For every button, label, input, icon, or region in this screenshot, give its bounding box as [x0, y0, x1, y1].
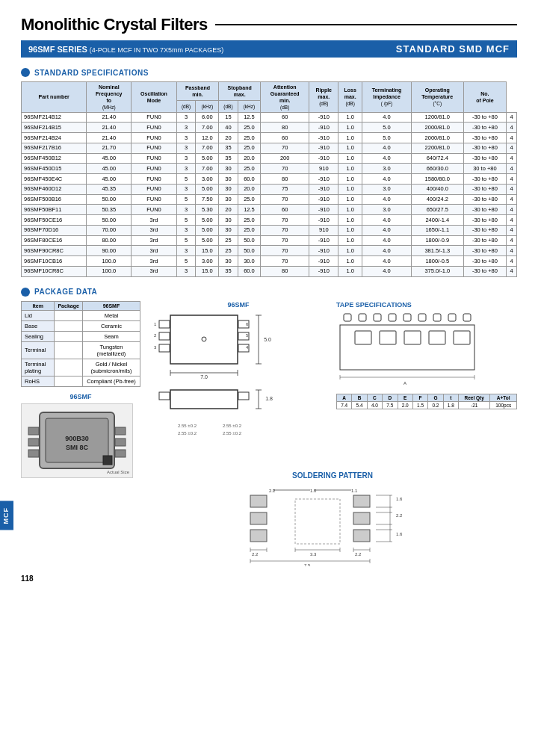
table-row: 96SMF450E4C45.00FUN053.003060.080-9101.0…: [22, 174, 517, 185]
svg-rect-28: [159, 392, 170, 400]
svg-rect-74: [353, 530, 370, 542]
mcf-tab: MCF: [0, 501, 13, 530]
table-row: 96SMF10CB16100.03rd53.003030.070-9101.04…: [22, 256, 517, 267]
svg-rect-13: [159, 332, 170, 340]
svg-rect-57: [429, 331, 445, 344]
svg-rect-46: [359, 314, 366, 321]
96smf-svg: 7.0 5.0 1.8: [148, 312, 275, 461]
svg-rect-71: [295, 499, 340, 544]
list-item: BaseCeramic: [22, 320, 140, 331]
package-img-label: 96SMF: [21, 393, 140, 400]
package-right: 96SMF: [148, 301, 517, 568]
svg-rect-5: [115, 450, 126, 457]
svg-point-18: [202, 337, 206, 341]
dim-col-a: A: [337, 394, 352, 401]
col-sb-khz: (kHz): [238, 101, 260, 112]
tape-section: TAPE SPECIFICATIONS: [336, 301, 517, 462]
svg-rect-72: [353, 495, 370, 507]
svg-text:SMI 8C: SMI 8C: [66, 444, 89, 451]
package-img-box: 900B30 SMI 8C Actual Size: [21, 403, 133, 478]
list-item: Terminal platingGold / Nickel (submicron…: [22, 359, 140, 376]
title-line: [215, 24, 517, 25]
svg-text:1.8: 1.8: [265, 396, 273, 401]
section-dot: [21, 68, 30, 77]
dim-col-g: G: [428, 394, 443, 401]
dimension-table: A B C D E F G t Reel Qty A+Tol: [336, 394, 517, 409]
table-row: 96SMF450B1245.00FUN035.003520.0200-9101.…: [22, 153, 517, 164]
col-freq: NominalFrequencyfo(MHz): [87, 82, 132, 113]
svg-text:1.6: 1.6: [396, 532, 403, 536]
series-info: 96SMF SERIES (4-POLE MCF IN TWO 7X5mm PA…: [28, 45, 223, 54]
svg-rect-51: [433, 314, 441, 321]
svg-text:2.55 ±0.2: 2.55 ±0.2: [223, 431, 242, 436]
svg-text:A: A: [404, 381, 406, 385]
svg-rect-44: [340, 325, 474, 370]
96smf-diagram-title: 96SMF: [148, 301, 329, 309]
svg-text:2.2: 2.2: [269, 489, 276, 493]
svg-text:1.0: 1.0: [310, 489, 317, 493]
table-row: 96SMF10CR8C100.03rd315.03560.080-9101.04…: [22, 266, 517, 276]
table-row: 96SMF217B1621.70FUN037.003525.070-9101.0…: [22, 143, 517, 153]
svg-text:1.1: 1.1: [351, 489, 358, 493]
svg-rect-45: [344, 314, 351, 321]
col-impedance: TerminatingImpedance( /pF): [362, 82, 411, 113]
tape-svg: A: [336, 310, 486, 392]
dim-col-f: F: [412, 394, 427, 401]
svg-rect-49: [404, 314, 411, 321]
table-row: 96SMF50CE1650.003rd55.003025.070-9101.04…: [22, 215, 517, 226]
svg-rect-54: [355, 331, 371, 344]
svg-rect-14: [159, 344, 170, 352]
package-data-header: PACKAGE DATA: [21, 288, 517, 297]
svg-rect-47: [374, 314, 381, 321]
table-row: 96SMF460D1245.35FUN035.003020.075-9101.0…: [22, 184, 517, 194]
series-desc: (4-POLE MCF IN TWO 7X5mm PACKAGES): [90, 46, 224, 54]
title-text: Monolithic Crystal Filters: [21, 15, 208, 34]
svg-text:3: 3: [154, 345, 157, 350]
series-name: 96SMF SERIES: [28, 45, 87, 54]
page-number: 118: [21, 574, 34, 583]
svg-rect-6: [115, 439, 126, 446]
dim-col-t: t: [443, 394, 458, 401]
specs-table: Part number NominalFrequencyfo(MHz) Osci…: [21, 81, 517, 277]
svg-rect-48: [389, 314, 396, 321]
svg-rect-12: [159, 320, 170, 328]
series-bar: 96SMF SERIES (4-POLE MCF IN TWO 7X5mm PA…: [21, 40, 517, 58]
svg-rect-68: [250, 495, 267, 507]
dim-col-b: B: [352, 394, 367, 401]
svg-text:1.6: 1.6: [396, 497, 403, 501]
dim-col-c: C: [367, 394, 382, 401]
standard-label: STANDARD SMD MCF: [396, 43, 510, 55]
col-temp: OperatingTemperature(°C): [412, 82, 464, 113]
dim-col-d: D: [383, 394, 398, 401]
col-pb-khz: (kHz): [196, 101, 219, 112]
svg-rect-69: [250, 512, 267, 524]
dim-col-atol: A+Tol: [490, 394, 517, 401]
dim-col-e: E: [398, 394, 412, 401]
svg-rect-3: [28, 439, 39, 446]
svg-rect-58: [454, 331, 470, 344]
svg-text:7.5: 7.5: [304, 563, 311, 566]
dim-col-reel: Reel Qty: [459, 394, 490, 401]
table-row: 96SMF214B1521.40FUN037.004025.080-9101.0…: [22, 123, 517, 133]
svg-rect-2: [28, 450, 39, 457]
standard-specs-header: STANDARD SPECIFICATIONS: [21, 68, 517, 77]
col-sb-db: (dB): [219, 101, 238, 112]
svg-text:2.55 ±0.2: 2.55 ±0.2: [178, 431, 197, 436]
pkg-col-96smf: 96SMF: [82, 301, 140, 310]
svg-text:2.55 ±0.2: 2.55 ±0.2: [178, 424, 197, 428]
svg-text:5.0: 5.0: [264, 337, 271, 342]
col-passband: Passbandmin.: [176, 82, 218, 101]
svg-rect-52: [448, 314, 456, 321]
svg-text:900B30: 900B30: [65, 435, 89, 442]
list-item: SealingSeam: [22, 331, 140, 341]
svg-text:6: 6: [246, 322, 249, 326]
svg-rect-29: [238, 392, 249, 400]
svg-rect-10: [103, 456, 112, 465]
svg-rect-56: [404, 331, 421, 344]
diagram-area: 96SMF: [148, 301, 517, 462]
svg-text:3.3: 3.3: [310, 552, 317, 557]
svg-rect-70: [250, 530, 267, 542]
svg-text:2.2: 2.2: [355, 552, 362, 557]
actual-size-label: Actual Size: [107, 470, 129, 474]
package-data-title: PACKAGE DATA: [34, 288, 97, 296]
